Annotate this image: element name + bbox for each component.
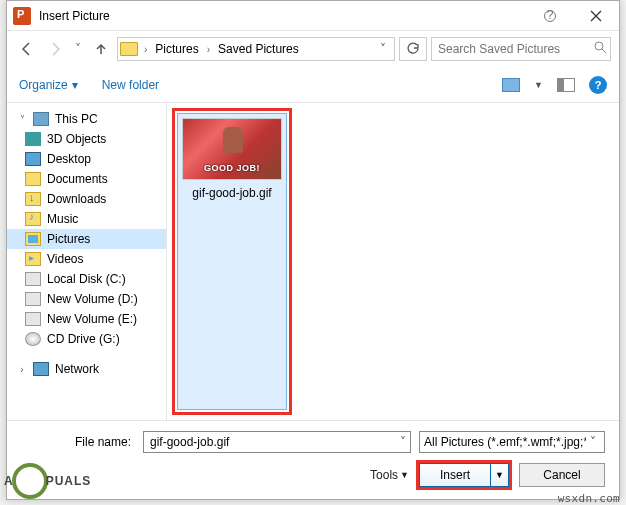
brand-ring-icon	[12, 463, 48, 499]
network-icon	[33, 362, 49, 376]
search-input[interactable]	[436, 41, 590, 57]
pc-icon	[33, 112, 49, 126]
filename-combobox[interactable]: ˅	[143, 431, 411, 453]
cd-drive-icon	[25, 332, 41, 346]
tree-item[interactable]: Local Disk (C:)	[7, 269, 166, 289]
tree-item[interactable]: CD Drive (G:)	[7, 329, 166, 349]
tree-item[interactable]: 3D Objects	[7, 129, 166, 149]
desktop-icon	[25, 152, 41, 166]
tree-item-pictures[interactable]: Pictures	[7, 229, 166, 249]
tree-this-pc[interactable]: ˅This PC	[7, 109, 166, 129]
file-type-filter[interactable]: All Pictures (*.emf;*.wmf;*.jpg;* ˅	[419, 431, 605, 453]
documents-icon	[25, 172, 41, 186]
breadcrumb-sep-icon: ›	[142, 44, 149, 55]
insert-split-button: Insert ▼	[419, 463, 509, 487]
dialog-footer: File name: ˅ All Pictures (*.emf;*.wmf;*…	[7, 420, 619, 499]
cancel-button[interactable]: Cancel	[519, 463, 605, 487]
filename-input[interactable]	[148, 434, 396, 450]
chevron-down-icon[interactable]: ˅	[396, 435, 406, 449]
chevron-down-icon: ▾	[72, 78, 78, 92]
navigation-pane: ˅This PC 3D Objects Desktop Documents Do…	[7, 103, 167, 420]
tree-network[interactable]: ›Network	[7, 359, 166, 379]
close-button[interactable]	[573, 1, 619, 30]
navigation-bar: ˅ › Pictures › Saved Pictures ˅	[7, 31, 619, 67]
music-icon	[25, 212, 41, 226]
file-thumbnail: GOOD JOB!	[182, 118, 282, 180]
breadcrumb-part[interactable]: Saved Pictures	[214, 40, 303, 58]
insert-button[interactable]: Insert	[419, 463, 491, 487]
new-folder-button[interactable]: New folder	[102, 78, 159, 92]
file-list[interactable]: GOOD JOB! gif-good-job.gif	[167, 103, 619, 420]
filename-label: File name:	[21, 435, 135, 449]
pictures-icon	[25, 232, 41, 246]
videos-icon	[25, 252, 41, 266]
insert-dropdown-button[interactable]: ▼	[491, 463, 509, 487]
tree-item[interactable]: New Volume (D:)	[7, 289, 166, 309]
drive-icon	[25, 312, 41, 326]
address-dropdown-icon[interactable]: ˅	[374, 42, 392, 56]
preview-pane-button[interactable]	[557, 78, 575, 92]
svg-text:?: ?	[547, 9, 554, 22]
watermark-brand: APUALS	[4, 463, 91, 499]
recent-locations-dropdown[interactable]: ˅	[71, 42, 85, 56]
back-button[interactable]	[15, 37, 39, 61]
help-button[interactable]: ?	[527, 1, 573, 30]
organize-menu[interactable]: Organize▾	[19, 78, 78, 92]
window-title: Insert Picture	[39, 9, 110, 23]
title-bar: Insert Picture ?	[7, 1, 619, 31]
help-icon[interactable]: ?	[589, 76, 607, 94]
chevron-down-icon: ▼	[400, 470, 409, 480]
forward-button[interactable]	[43, 37, 67, 61]
tree-item[interactable]: Videos	[7, 249, 166, 269]
breadcrumb-sep-icon: ›	[205, 44, 212, 55]
tree-item[interactable]: Desktop	[7, 149, 166, 169]
drive-icon	[25, 272, 41, 286]
up-button[interactable]	[89, 37, 113, 61]
search-box[interactable]	[431, 37, 611, 61]
pictures-library-icon	[120, 42, 138, 56]
app-icon	[13, 7, 31, 25]
view-options-button[interactable]	[502, 78, 520, 92]
downloads-icon	[25, 192, 41, 206]
breadcrumb-part[interactable]: Pictures	[151, 40, 202, 58]
3d-objects-icon	[25, 132, 41, 146]
thumbnail-caption: GOOD JOB!	[183, 163, 281, 173]
refresh-button[interactable]	[399, 37, 427, 61]
tools-menu[interactable]: Tools ▼	[370, 468, 409, 482]
tree-item[interactable]: Downloads	[7, 189, 166, 209]
svg-point-2	[595, 42, 603, 50]
address-bar[interactable]: › Pictures › Saved Pictures ˅	[117, 37, 395, 61]
drive-icon	[25, 292, 41, 306]
search-icon	[594, 41, 607, 57]
tree-item[interactable]: Music	[7, 209, 166, 229]
chevron-down-icon: ▼	[534, 80, 543, 90]
chevron-down-icon: ▼	[495, 470, 504, 480]
tree-item[interactable]: Documents	[7, 169, 166, 189]
chevron-down-icon[interactable]: ˅	[586, 435, 600, 449]
command-bar: Organize▾ New folder ▼ ?	[7, 67, 619, 103]
file-name-label: gif-good-job.gif	[182, 186, 282, 200]
insert-picture-dialog: Insert Picture ? ˅ › Pictures › Saved Pi…	[6, 0, 620, 500]
tree-item[interactable]: New Volume (E:)	[7, 309, 166, 329]
file-item-selected[interactable]: GOOD JOB! gif-good-job.gif	[177, 113, 287, 410]
watermark-text: wsxdn.com	[558, 492, 620, 505]
